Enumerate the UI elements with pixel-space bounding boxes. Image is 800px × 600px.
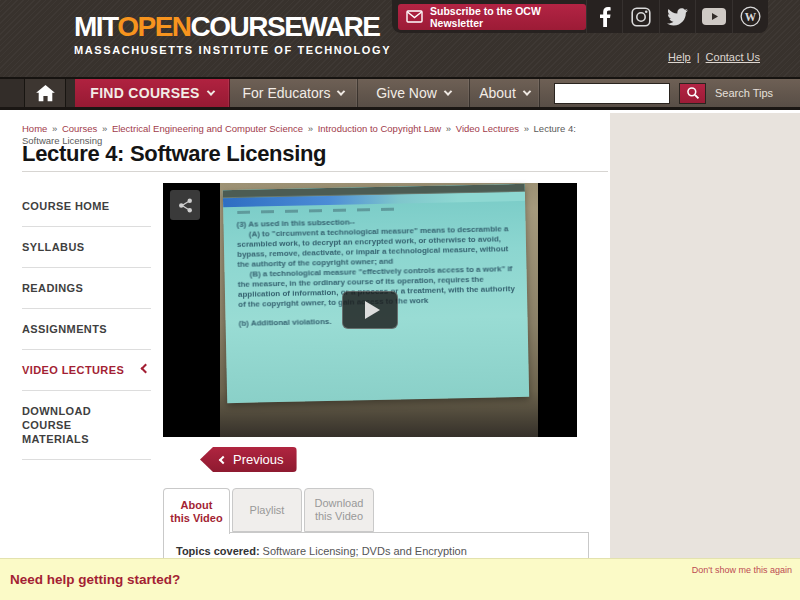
logo-wordmark: MITOPENCOURSEWARE	[74, 13, 391, 41]
help-link[interactable]: Help	[668, 51, 691, 63]
breadcrumb-separator: »	[102, 123, 107, 134]
search-input[interactable]	[554, 83, 670, 104]
chevron-down-icon	[444, 87, 452, 95]
envelope-icon	[406, 10, 423, 23]
nav-about[interactable]: About	[470, 79, 540, 107]
right-background-column	[610, 113, 800, 600]
for-educators-label: For Educators	[243, 85, 331, 101]
search-tips-link[interactable]: Search Tips	[715, 87, 773, 99]
subscribe-newsletter-label: Subscribe to the OCW Newsletter	[430, 5, 578, 29]
wordpress-icon[interactable]: W	[732, 0, 768, 33]
sidebar-item-download-course-materials[interactable]: DOWNLOAD COURSE MATERIALS	[22, 391, 151, 460]
chevron-left-icon	[141, 364, 151, 374]
video-tabs: About this Video Playlist Download this …	[163, 488, 376, 534]
previous-button[interactable]: Previous	[200, 447, 297, 472]
chevron-down-icon	[523, 87, 531, 95]
newsletter-social-container: Subscribe to the OCW Newsletter W	[392, 0, 768, 33]
home-icon	[36, 85, 55, 102]
main-nav: FIND COURSES For Educators Give Now Abou…	[0, 77, 800, 110]
dismiss-banner-link[interactable]: Don't show me this again	[692, 565, 792, 575]
tab-download-this-video[interactable]: Download this Video	[304, 488, 374, 532]
breadcrumb-video-lectures[interactable]: Video Lectures	[456, 123, 519, 134]
svg-text:W: W	[745, 11, 757, 23]
video-player[interactable]: (3) As used in this subsection-- (A) to …	[163, 183, 577, 437]
tab-about-this-video[interactable]: About this Video	[163, 488, 230, 534]
nav-find-courses[interactable]: FIND COURSES	[75, 79, 230, 107]
logo-courseware: COURSEWARE	[191, 11, 380, 42]
instagram-icon[interactable]	[622, 0, 658, 33]
about-label: About	[479, 85, 516, 101]
subscribe-newsletter-button[interactable]: Subscribe to the OCW Newsletter	[398, 4, 586, 30]
sidebar-item-label: COURSE HOME	[22, 200, 110, 212]
contact-us-link[interactable]: Contact Us	[706, 51, 760, 63]
help-links-separator: |	[697, 51, 700, 63]
breadcrumb-separator: »	[524, 123, 529, 134]
ocw-logo[interactable]: MITOPENCOURSEWARE MASSACHUSETTS INSTITUT…	[74, 13, 391, 56]
breadcrumb-separator: »	[52, 123, 57, 134]
breadcrumb-separator: »	[446, 123, 451, 134]
nav-for-educators[interactable]: For Educators	[230, 79, 358, 107]
sidebar-item-readings[interactable]: READINGS	[22, 268, 151, 309]
chevron-down-icon	[206, 87, 214, 95]
twitter-icon[interactable]	[659, 0, 695, 33]
chevron-left-icon	[219, 455, 227, 463]
sidebar-item-label: DOWNLOAD COURSE MATERIALS	[22, 405, 91, 445]
search-button[interactable]	[679, 83, 706, 104]
logo-tagline: MASSACHUSETTS INSTITUTE OF TECHNOLOGY	[74, 45, 391, 56]
logo-open: OPEN	[117, 11, 190, 42]
share-icon	[177, 197, 194, 214]
breadcrumb-course[interactable]: Introduction to Copyright Law	[318, 123, 442, 134]
ocw-page: MITOPENCOURSEWARE MASSACHUSETTS INSTITUT…	[0, 0, 800, 600]
sidebar-item-syllabus[interactable]: SYLLABUS	[22, 227, 151, 268]
breadcrumb-courses[interactable]: Courses	[62, 123, 97, 134]
chevron-down-icon	[337, 87, 345, 95]
sidebar-item-label: VIDEO LECTURES	[22, 364, 124, 376]
course-sidebar: COURSE HOME SYLLABUS READINGS ASSIGNMENT…	[22, 186, 151, 460]
screen-text-line: (A) to "circumvent a technological measu…	[237, 224, 515, 270]
give-now-label: Give Now	[376, 85, 437, 101]
topics-covered-line: Topics covered: Software Licensing; DVDs…	[164, 533, 588, 557]
sidebar-item-label: READINGS	[22, 282, 83, 294]
title-divider	[22, 171, 608, 172]
topics-covered-value: Software Licensing; DVDs and Encryption	[260, 545, 467, 557]
logo-mit: MIT	[74, 11, 117, 42]
home-button[interactable]	[24, 79, 66, 107]
nav-give-now[interactable]: Give Now	[358, 79, 470, 107]
breadcrumb-separator: »	[308, 123, 313, 134]
help-links: Help|Contact Us	[668, 51, 760, 63]
previous-label: Previous	[233, 452, 284, 467]
play-icon	[365, 301, 380, 319]
nav-home-area	[0, 79, 75, 107]
nav-search-area: Search Tips	[540, 79, 800, 107]
sidebar-item-label: SYLLABUS	[22, 241, 84, 253]
breadcrumb-department[interactable]: Electrical Engineering and Computer Scie…	[112, 123, 303, 134]
projected-screen-menu	[237, 207, 403, 213]
page-title: Lecture 4: Software Licensing	[22, 141, 326, 167]
social-icons: W	[586, 0, 768, 33]
find-courses-label: FIND COURSES	[90, 85, 199, 101]
tab-playlist[interactable]: Playlist	[232, 488, 302, 532]
sidebar-item-label: ASSIGNMENTS	[22, 323, 107, 335]
sidebar-item-course-home[interactable]: COURSE HOME	[22, 186, 151, 227]
help-banner-message[interactable]: Need help getting started?	[10, 572, 180, 587]
topics-covered-label: Topics covered:	[176, 545, 260, 557]
facebook-icon[interactable]	[586, 0, 622, 33]
site-header: MITOPENCOURSEWARE MASSACHUSETTS INSTITUT…	[0, 0, 800, 77]
sidebar-item-assignments[interactable]: ASSIGNMENTS	[22, 309, 151, 350]
youtube-icon[interactable]	[695, 0, 731, 33]
share-button[interactable]	[170, 190, 200, 220]
help-banner: Need help getting started? Don't show me…	[0, 558, 800, 600]
play-button[interactable]	[342, 291, 398, 329]
search-icon	[686, 86, 700, 100]
breadcrumb-home[interactable]: Home	[22, 123, 47, 134]
sidebar-item-video-lectures[interactable]: VIDEO LECTURES	[22, 350, 151, 391]
